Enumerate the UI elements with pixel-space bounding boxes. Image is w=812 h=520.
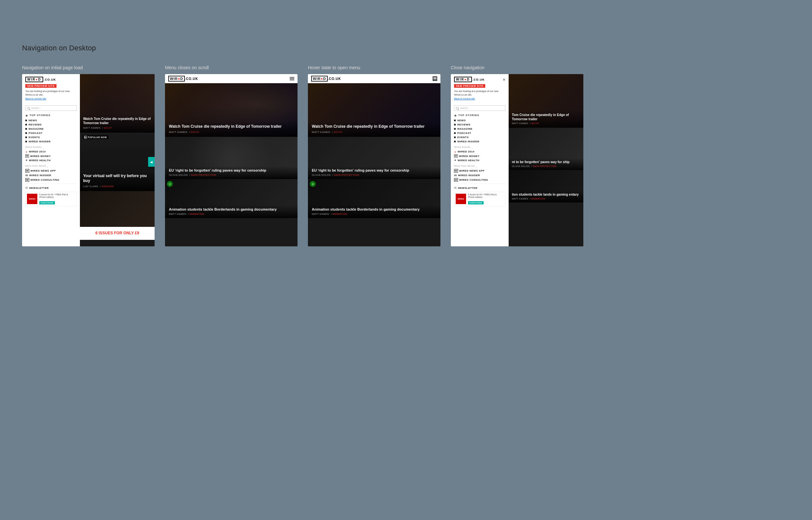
- wired-money-icon-4: M: [454, 154, 458, 158]
- edge-cat-1: SCI-FI: [104, 126, 112, 129]
- anim-title-2: Animation students tackle Borderlands in…: [169, 207, 293, 212]
- subscribe-btn-4[interactable]: SUBSCRIBE: [468, 201, 484, 204]
- h-line-2-3: [433, 78, 437, 79]
- newsletter-item-4[interactable]: ✉ NEWSLETTER: [451, 185, 509, 190]
- back-link-1[interactable]: Back to current site: [25, 97, 77, 100]
- content-area-4: Tom Cruise die repeatedly in Edge of Tom…: [509, 74, 583, 246]
- nav-item-podcast-4[interactable]: PODCAST: [451, 131, 509, 135]
- scrolled-logo-box-2: WIR●D: [168, 76, 185, 82]
- nav-item-magazine-4[interactable]: MAGAZINE: [451, 127, 509, 131]
- wired-health-label-1: WIRED HEALTH: [29, 159, 51, 162]
- nav-item-reviews-1[interactable]: REVIEWS: [22, 123, 80, 127]
- edge-author-2: MATT KAMEN: [169, 131, 188, 134]
- nav-item-insider-4[interactable]: WIRED INSIDER: [451, 139, 509, 144]
- hamburger-icon-2[interactable]: [290, 77, 294, 80]
- nav-item-news-4[interactable]: NEWS: [451, 118, 509, 123]
- screenshot-group-1: Navigation on intiial page load WIR●D .C…: [22, 65, 155, 246]
- anim-title-4: tion students tackle lands in gaming ent…: [512, 192, 580, 197]
- wired-2014-icon-4: ▲: [454, 151, 456, 153]
- edge-author-3: MATT KAMEN: [312, 131, 330, 134]
- scrolled-logo-box-3: WIR●D: [311, 76, 328, 82]
- nav-item-reviews-4[interactable]: REVIEWS: [451, 123, 509, 127]
- subscribe-text-4: 6 issues for £9 + FREE iPad & iPhone edi…: [468, 193, 504, 199]
- top-stories-1[interactable]: TOP STORIES: [22, 113, 80, 118]
- eu-title-2: EU 'right to be forgotten' ruling paves …: [169, 168, 293, 173]
- anim-author-3: MATT KAMEN: [312, 212, 329, 215]
- nav-item-magazine-1[interactable]: MAGAZINE: [22, 127, 80, 131]
- hamburger-line-1-2: [290, 77, 294, 78]
- wired-insider-more-4[interactable]: IN WIRED INSIDER: [451, 173, 509, 178]
- eu-overlay-3: EU 'right to be forgotten' ruling paves …: [308, 166, 441, 179]
- logo-dot-red: ●: [35, 78, 38, 81]
- edge-cat-4: SCI-FI: [531, 122, 539, 125]
- news-app-1[interactable]: W WIRED NEWS APP: [22, 168, 80, 173]
- wired-consulting-1[interactable]: W WIRED CONSULTING: [22, 178, 80, 182]
- search-placeholder-1: search...: [31, 107, 41, 109]
- edge-title-2: Watch Tom Cruise die repeatedly in Edge …: [169, 124, 293, 129]
- eu-overlay-2: EU 'right to be forgotten' ruling paves …: [165, 166, 298, 179]
- scrolled-logo-dot-2: ●: [178, 77, 180, 81]
- wired-money-icon-1: M: [25, 154, 29, 158]
- wired-money-1[interactable]: M WIRED MONEY: [22, 154, 80, 158]
- hamburger-3: [433, 77, 437, 80]
- articles-stack-2: Watch Tom Cruise die repeatedly in Edge …: [165, 83, 298, 246]
- anim-overlay-2: Animation students tackle Borderlands in…: [165, 205, 298, 218]
- nav-divider-1: [25, 184, 77, 184]
- edge-meta-3: MATT KAMEN / SCI-FI: [312, 131, 437, 134]
- scrolled-header-3: WIR●D .CO.UK: [308, 74, 441, 83]
- screenshot-label-2: Menu closes on scroll: [165, 65, 298, 70]
- edge-meta-4: MATT KAMEN / SCI-FI: [512, 122, 580, 125]
- logo-text: WIR●D: [27, 78, 41, 81]
- logo-domain-4: .CO.UK: [473, 78, 485, 81]
- menu-square-mag-4: [454, 128, 456, 130]
- subscribe-btn-1[interactable]: SUBSCRIBE: [39, 201, 55, 204]
- wired-2014-1[interactable]: ▲ WIRED 2014: [22, 150, 80, 154]
- nav-item-insider-1[interactable]: WIRED INSIDER: [22, 139, 80, 144]
- menu-label-reviews-1: REVIEWS: [29, 123, 41, 126]
- nav-item-podcast-1[interactable]: PODCAST: [22, 131, 80, 135]
- menu-square-pod-1: [25, 132, 27, 134]
- wired-consulting-4[interactable]: W WIRED CONSULTING: [451, 178, 509, 182]
- nav-search-1[interactable]: search...: [25, 105, 77, 111]
- wired-insider-more-1[interactable]: IN WIRED INSIDER: [22, 173, 80, 178]
- menu-square-reviews-4: [454, 124, 456, 126]
- virtual-overlay-1: Your virtual self will try before you bu…: [80, 171, 155, 191]
- anim-card-4: tion students tackle lands in gaming ent…: [509, 170, 583, 203]
- logo-row-1: WIR●D .CO.UK: [25, 77, 77, 82]
- top-stories-4[interactable]: TOP STORIES: [451, 113, 509, 118]
- top-stories-label-1: TOP STORIES: [30, 114, 50, 117]
- nav-header-4: WIR●D .CO.UK × NEW PREVIEW SITE You are …: [451, 74, 509, 104]
- menu-label-news-1: NEWS: [29, 119, 37, 122]
- menu-label-pod-4: PODCAST: [457, 132, 471, 134]
- anim-meta-2: MATT KAMEN / ANIMATION: [169, 212, 293, 215]
- xbox-icon-2: X: [167, 181, 173, 187]
- edge-meta-2: MATT KAMEN / SCI-FI: [169, 131, 293, 134]
- nav-logo-4: WIR●D: [454, 77, 472, 82]
- anim-overlay-3: Animation students tackle Borderlands in…: [308, 205, 441, 218]
- teal-arrow-1[interactable]: ◀: [148, 157, 155, 167]
- edge-card-3: Watch Tom Cruise die repeatedly in Edge …: [308, 83, 441, 137]
- screenshots-container: Navigation on intiial page load WIR●D .C…: [22, 65, 583, 246]
- wired-2014-4[interactable]: ▲ WIRED 2014: [451, 150, 509, 154]
- nav-search-4[interactable]: search...: [454, 105, 505, 111]
- screenshot-label-3: Hover state to open menu: [308, 65, 441, 70]
- eu-card-2: EU 'right to be forgotten' ruling paves …: [165, 137, 298, 179]
- wired-money-4[interactable]: M WIRED MONEY: [451, 154, 509, 158]
- nav-item-news-1[interactable]: NEWS: [22, 118, 80, 123]
- wired-health-icon-4: ✦: [454, 159, 456, 162]
- menu-hover-icon-3[interactable]: [432, 76, 437, 81]
- eu-author-3: OLIVIA SOLON: [312, 174, 331, 177]
- close-icon-4[interactable]: ×: [503, 77, 505, 82]
- nav-item-events-1[interactable]: EVENTS: [22, 135, 80, 139]
- promo-banner-1: 6 ISSUES FOR ONLY £9: [80, 227, 155, 240]
- newsletter-item-1[interactable]: ✉ NEWSLETTER: [22, 185, 80, 190]
- news-app-4[interactable]: W WIRED NEWS APP: [451, 168, 509, 173]
- screenshot-frame-1: WIR●D .CO.UK NEW PREVIEW SITE You are lo…: [22, 74, 155, 246]
- eu-meta-4: OLIVIA SOLON / DATA PROTECTION: [512, 165, 580, 167]
- back-link-4[interactable]: Back to current site: [454, 97, 505, 100]
- nav-item-events-4[interactable]: EVENTS: [451, 135, 509, 139]
- wired-health-1[interactable]: ✦ WIRED HEALTH: [22, 158, 80, 162]
- anim-card-2: X Animation students tackle Borderlands …: [165, 179, 298, 218]
- edge-overlay-4: Tom Cruise die repeatedly in Edge of Tom…: [509, 110, 583, 128]
- wired-health-4[interactable]: ✦ WIRED HEALTH: [451, 158, 509, 162]
